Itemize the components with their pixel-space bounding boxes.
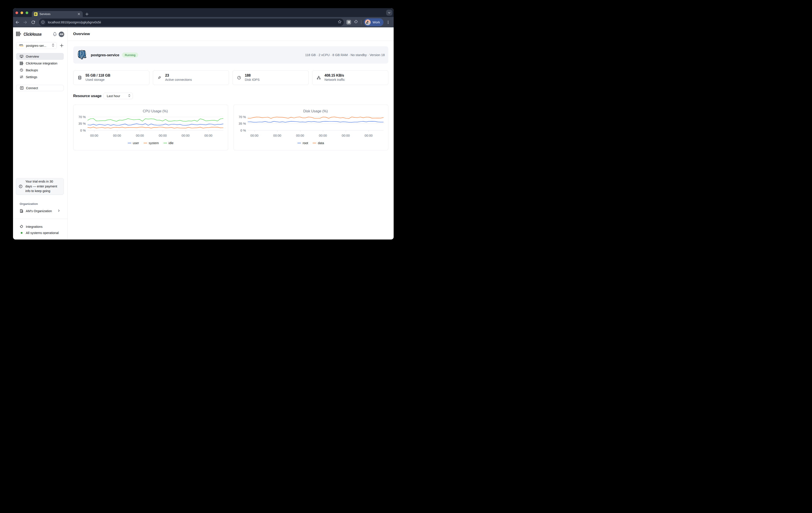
organization-section-label: Organization bbox=[20, 202, 38, 205]
status-label: All systems operational bbox=[26, 231, 59, 235]
sidebar-item-clickhouse-integration[interactable]: ClickHouse integration bbox=[16, 60, 64, 67]
status-dot-icon bbox=[21, 232, 23, 234]
series-line-root bbox=[248, 121, 383, 122]
cpu-usage-chart: CPU Usage (%) 0 %35 %70 %00:0000:0000:00… bbox=[73, 105, 228, 150]
database-icon bbox=[78, 76, 82, 80]
service-summary-card: postgres-service Running 118 GB · 2 vCPU… bbox=[73, 46, 388, 63]
status-badge: Running bbox=[122, 53, 138, 57]
clock-icon bbox=[19, 184, 23, 188]
metric-value: 23 bbox=[165, 73, 192, 78]
main-content: Overview bbox=[68, 27, 394, 239]
building-icon bbox=[20, 209, 23, 213]
metric-cards: 55 GB / 118 GB Used storage 23 Active co… bbox=[73, 70, 388, 85]
sidebar-item-label: Overview bbox=[26, 55, 39, 58]
service-selector[interactable]: aws postgres-ser... bbox=[16, 42, 57, 49]
shield-extension-icon[interactable] bbox=[346, 20, 351, 25]
legend-label: root bbox=[302, 141, 308, 145]
legend-item-user[interactable]: user bbox=[128, 141, 139, 145]
organization-row[interactable]: AM's Organization bbox=[20, 208, 60, 214]
legend-label: data bbox=[318, 141, 324, 145]
trial-notice[interactable]: Your trial ends in 30 days — enter payme… bbox=[16, 178, 64, 195]
series-line-user bbox=[88, 124, 223, 125]
sidebar-item-backups[interactable]: Backups bbox=[16, 67, 64, 74]
close-window-button[interactable] bbox=[16, 11, 18, 14]
forward-button[interactable] bbox=[21, 19, 29, 26]
backup-history-icon bbox=[20, 68, 23, 72]
select-updown-icon bbox=[128, 94, 130, 98]
connect-button[interactable]: Connect bbox=[16, 85, 64, 91]
toolbar-right-cluster: Work bbox=[346, 18, 392, 26]
postgresql-logo-icon bbox=[77, 50, 87, 60]
connect-label: Connect bbox=[26, 86, 38, 90]
profile-avatar bbox=[365, 20, 371, 25]
sidebar-item-label: Backups bbox=[26, 68, 38, 72]
chart-legend: usersystemidle bbox=[74, 141, 228, 145]
time-range-value: Last hour bbox=[107, 94, 128, 98]
sidebar-item-settings[interactable]: Settings bbox=[16, 74, 64, 80]
site-info-icon[interactable] bbox=[40, 20, 46, 25]
legend-item-system[interactable]: system bbox=[144, 141, 159, 145]
user-avatar[interactable]: AM bbox=[59, 32, 64, 37]
url-bar[interactable]: localhost:8910/postgres/pgkybgnv0s5ii bbox=[39, 19, 344, 26]
svg-text:aws: aws bbox=[19, 44, 23, 46]
browser-menu-icon[interactable] bbox=[385, 19, 392, 26]
chart-legend: rootdata bbox=[234, 141, 388, 145]
page-header: Overview bbox=[68, 27, 394, 41]
connect-icon bbox=[20, 86, 24, 90]
url-text[interactable]: localhost:8910/postgres/pgkybgnv0s5ii bbox=[48, 21, 338, 24]
metric-label: Network traffic bbox=[325, 78, 345, 82]
tab-strip: Services bbox=[13, 8, 394, 17]
chevron-right-icon bbox=[57, 209, 60, 213]
profile-button[interactable]: Work bbox=[364, 18, 384, 26]
sliders-icon bbox=[20, 75, 23, 79]
clickhouse-favicon bbox=[34, 12, 37, 16]
reload-button[interactable] bbox=[29, 19, 37, 26]
metric-card-connections: 23 Active connections bbox=[153, 70, 229, 85]
tab-close-icon[interactable] bbox=[77, 12, 81, 16]
legend-item-root[interactable]: root bbox=[297, 141, 308, 145]
metric-card-storage: 55 GB / 118 GB Used storage bbox=[73, 70, 149, 85]
organization-name: AM's Organization bbox=[26, 209, 57, 213]
metric-value: 188 bbox=[245, 73, 260, 78]
zoom-window-button[interactable] bbox=[26, 11, 28, 14]
brand-name: ClickHouse bbox=[24, 32, 45, 37]
legend-item-data[interactable]: data bbox=[313, 141, 324, 145]
extensions-puzzle-icon[interactable] bbox=[354, 20, 358, 25]
clickhouse-logo-icon bbox=[16, 31, 21, 37]
legend-label: system bbox=[149, 141, 159, 145]
system-status-row[interactable]: All systems operational bbox=[20, 230, 62, 236]
integrations-row[interactable]: Integrations bbox=[20, 224, 62, 230]
service-specs: 118 GB · 2 vCPU · 8 GB RAM · No standby … bbox=[305, 53, 385, 57]
minimize-window-button[interactable] bbox=[21, 11, 23, 14]
plug-icon bbox=[157, 76, 161, 80]
sidebar-nav: Overview ClickHouse integration Backups bbox=[16, 53, 64, 80]
page-title: Overview bbox=[73, 32, 90, 36]
resource-usage-title: Resource usage bbox=[73, 94, 102, 98]
legend-label: user bbox=[133, 141, 139, 145]
legend-item-idle[interactable]: idle bbox=[164, 141, 174, 145]
sidebar-item-label: Settings bbox=[26, 75, 37, 79]
new-tab-button[interactable] bbox=[84, 11, 90, 17]
integrations-label: Integrations bbox=[26, 225, 42, 228]
metric-label: Used storage bbox=[86, 78, 110, 82]
bookmark-star-icon[interactable] bbox=[338, 20, 342, 25]
time-range-select[interactable]: Last hour bbox=[104, 93, 133, 99]
network-icon bbox=[317, 76, 321, 80]
legend-swatch bbox=[313, 143, 316, 143]
sidebar-item-label: ClickHouse integration bbox=[26, 62, 57, 65]
service-selector-value: postgres-ser... bbox=[26, 44, 52, 48]
tab-services[interactable]: Services bbox=[32, 11, 83, 17]
notifications-bell-icon[interactable] bbox=[52, 32, 57, 37]
legend-swatch bbox=[144, 143, 147, 143]
legend-swatch bbox=[128, 143, 131, 143]
sidebar-item-overview[interactable]: Overview bbox=[16, 53, 64, 60]
profile-name: Work bbox=[373, 21, 380, 24]
metric-card-network: 408.15 KB/s Network traffic bbox=[312, 70, 388, 85]
series-line-idle bbox=[88, 118, 223, 121]
add-service-button[interactable] bbox=[58, 42, 65, 49]
back-button[interactable] bbox=[14, 19, 21, 26]
metric-value: 408.15 KB/s bbox=[325, 73, 345, 78]
sidebar: ClickHouse AM aws postgres-ser... bbox=[13, 27, 67, 239]
tab-search-chevron-button[interactable] bbox=[386, 10, 392, 16]
service-name: postgres-service bbox=[91, 53, 119, 57]
